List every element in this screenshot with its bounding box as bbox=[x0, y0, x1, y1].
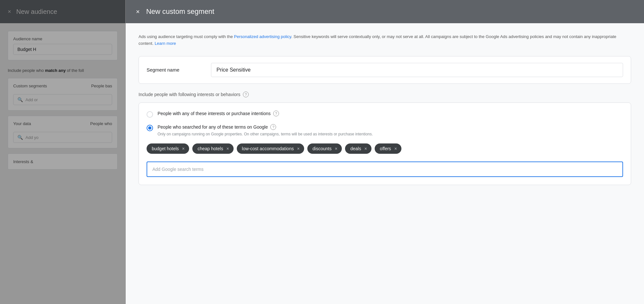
tag-text: offers bbox=[380, 146, 391, 151]
interests-header-text: Include people with following interests … bbox=[139, 92, 240, 97]
radio-text-interests: People with any of these interests or pu… bbox=[158, 111, 271, 117]
tags-area: budget hotels×cheap hotels×low-cost acco… bbox=[147, 143, 623, 154]
google-search-terms-input[interactable] bbox=[147, 162, 623, 177]
tag-close-icon[interactable]: × bbox=[335, 146, 337, 151]
tag-text: deals bbox=[350, 146, 361, 151]
tag-close-icon[interactable]: × bbox=[364, 146, 367, 151]
radio-label-search: People who searched for any of these ter… bbox=[158, 124, 623, 131]
tag-text: cheap hotels bbox=[197, 146, 223, 151]
dialog-header: × New custom segment bbox=[126, 0, 644, 23]
tag-item: low-cost accommodations× bbox=[237, 143, 304, 154]
interests-behaviors-header: Include people with following interests … bbox=[139, 92, 631, 97]
tag-text: budget hotels bbox=[152, 146, 179, 151]
policy-notice: Ads using audience targeting must comply… bbox=[139, 34, 631, 47]
dialog-title: New custom segment bbox=[146, 7, 215, 16]
radio-content-interests: People with any of these interests or pu… bbox=[158, 111, 623, 117]
radio-option-search: People who searched for any of these ter… bbox=[147, 124, 623, 137]
radio-content-search: People who searched for any of these ter… bbox=[158, 124, 623, 137]
options-panel: People with any of these interests or pu… bbox=[139, 103, 631, 185]
radio-label-interests: People with any of these interests or pu… bbox=[158, 111, 623, 117]
new-custom-segment-dialog: × New custom segment Ads using audience … bbox=[126, 0, 644, 304]
tag-item: cheap hotels× bbox=[192, 143, 234, 154]
segment-name-input[interactable] bbox=[211, 63, 623, 77]
tag-item: budget hotels× bbox=[147, 143, 189, 154]
radio1-help-icon[interactable]: ? bbox=[273, 111, 279, 116]
tag-close-icon[interactable]: × bbox=[226, 146, 229, 151]
tag-close-icon[interactable]: × bbox=[182, 146, 185, 151]
dialog-body: Ads using audience targeting must comply… bbox=[126, 23, 644, 304]
radio2-help-icon[interactable]: ? bbox=[270, 124, 276, 130]
radio-option-interests: People with any of these interests or pu… bbox=[147, 111, 623, 118]
personalized-advertising-policy-link[interactable]: Personalized advertising policy bbox=[234, 34, 291, 39]
radio-sublabel-search: Only on campaigns running on Google prop… bbox=[158, 132, 623, 137]
learn-more-link[interactable]: Learn more bbox=[155, 41, 176, 46]
tag-close-icon[interactable]: × bbox=[394, 146, 397, 151]
radio-text-search: People who searched for any of these ter… bbox=[158, 124, 268, 131]
tag-close-icon[interactable]: × bbox=[297, 146, 300, 151]
tag-item: discounts× bbox=[307, 143, 342, 154]
tag-item: offers× bbox=[375, 143, 401, 154]
interests-help-icon[interactable]: ? bbox=[243, 92, 249, 97]
tag-text: low-cost accommodations bbox=[242, 146, 294, 151]
tag-text: discounts bbox=[312, 146, 332, 151]
segment-name-label: Segment name bbox=[147, 67, 211, 73]
policy-prefix: Ads using audience targeting must comply… bbox=[139, 34, 234, 39]
dialog-close-icon[interactable]: × bbox=[136, 8, 140, 15]
tag-item: deals× bbox=[345, 143, 371, 154]
radio-btn-interests[interactable] bbox=[147, 111, 153, 118]
segment-name-section: Segment name bbox=[139, 56, 631, 84]
radio-btn-search[interactable] bbox=[147, 125, 153, 131]
